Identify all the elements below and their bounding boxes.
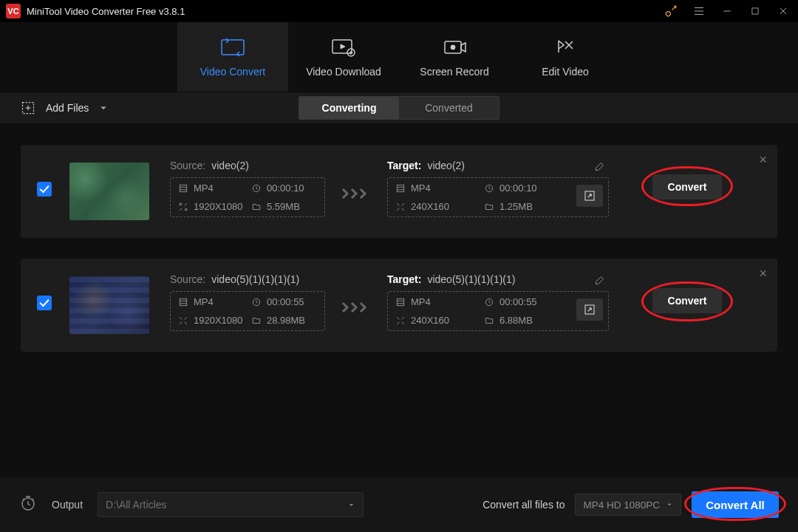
chevron-down-icon	[347, 501, 355, 509]
chevron-down-icon	[666, 501, 673, 508]
convert-label: Convert	[668, 295, 707, 307]
maximize-icon[interactable]	[746, 2, 764, 20]
target-label: Target:	[387, 273, 421, 285]
source-name: video(5)(1)(1)(1)(1)	[211, 273, 299, 285]
seg-converted[interactable]: Converted	[399, 97, 499, 119]
source-label: Source:	[170, 273, 205, 285]
app-logo: VC	[6, 4, 21, 18]
source-column: Source: video(2) MP4 00:00:10 1920X1080 …	[170, 160, 325, 217]
arrow-icon	[338, 300, 374, 315]
resolution-cell: 240X160	[395, 201, 477, 212]
convert-to-label: Convert all files to	[482, 499, 565, 511]
edit-video-icon	[555, 36, 576, 58]
toolbar: Add Files Converting Converted	[0, 92, 798, 124]
schedule-icon[interactable]	[19, 494, 37, 515]
record-icon	[442, 36, 467, 58]
svg-rect-9	[397, 185, 403, 191]
thumbnail	[69, 163, 149, 220]
svg-rect-1	[222, 40, 244, 55]
resolution-cell: 1920X1080	[178, 201, 244, 212]
source-name: video(2)	[211, 160, 249, 171]
tab-video-download[interactable]: Video Download	[288, 22, 399, 92]
main-tabs: Video Convert Video Download Screen Reco…	[0, 22, 798, 92]
tab-video-convert[interactable]: Video Convert	[177, 22, 288, 92]
svg-rect-12	[180, 299, 186, 305]
convert-icon	[220, 36, 245, 58]
convert-all-label: Convert All	[706, 499, 764, 511]
seg-converting[interactable]: Converting	[299, 97, 399, 119]
seg-label: Converted	[425, 102, 473, 114]
remove-item-button[interactable]: ×	[759, 152, 767, 168]
convert-button[interactable]: Convert	[652, 174, 722, 200]
add-files-button[interactable]: Add Files	[21, 100, 108, 115]
close-icon[interactable]	[774, 2, 792, 20]
key-icon[interactable]	[662, 2, 680, 20]
duration-cell: 00:00:55	[499, 296, 537, 307]
checkbox[interactable]	[37, 182, 52, 197]
svg-rect-14	[397, 299, 403, 305]
convert-label: Convert	[668, 181, 707, 193]
resolution-cell: 1920X1080	[194, 315, 243, 326]
chevron-down-icon	[99, 103, 108, 112]
tab-edit-video[interactable]: Edit Video	[510, 22, 621, 92]
resolution-cell: 240X160	[411, 315, 449, 326]
output-path-select[interactable]: D:\All Articles	[98, 492, 364, 517]
format-value: MP4 HD 1080PC	[583, 499, 660, 511]
format-cell: MP4	[194, 296, 214, 307]
source-label: Source:	[170, 160, 205, 171]
arrow-icon	[338, 186, 374, 201]
tab-screen-record[interactable]: Screen Record	[399, 22, 510, 92]
output-label: Output	[52, 499, 83, 511]
tab-label: Screen Record	[420, 66, 488, 78]
output-path: D:\All Articles	[106, 499, 166, 511]
queue-list: Source: video(2) MP4 00:00:10 1920X1080 …	[0, 124, 798, 380]
size-cell: 28.98MB	[267, 315, 305, 326]
queue-item: Source: video(5)(1)(1)(1)(1) MP4 00:00:5…	[21, 259, 777, 352]
size-cell: 1.25MB	[484, 201, 565, 212]
target-settings-button[interactable]	[576, 185, 603, 207]
target-column: Target: video(2) MP4 00:00:10 240X160 1.…	[387, 160, 609, 217]
format-select[interactable]: MP4 HD 1080PC	[575, 494, 681, 516]
menu-icon[interactable]	[690, 2, 708, 20]
target-name: video(5)(1)(1)(1)(1)	[427, 273, 515, 285]
checkbox[interactable]	[37, 296, 52, 310]
footer: Output D:\All Articles Convert all files…	[0, 477, 798, 532]
seg-label: Converting	[322, 102, 377, 114]
tab-label: Edit Video	[542, 66, 589, 78]
size-cell: 6.88MB	[499, 315, 533, 326]
tab-label: Video Download	[306, 66, 381, 78]
titlebar: VC MiniTool Video Converter Free v3.8.1	[0, 0, 798, 22]
add-files-label: Add Files	[46, 102, 89, 114]
svg-rect-7	[180, 185, 186, 191]
source-column: Source: video(5)(1)(1)(1)(1) MP4 00:00:5…	[170, 273, 325, 331]
queue-item: Source: video(2) MP4 00:00:10 1920X1080 …	[21, 145, 777, 238]
duration-cell: 00:00:55	[267, 296, 304, 307]
edit-icon[interactable]	[594, 275, 605, 289]
svg-rect-0	[752, 8, 758, 14]
target-column: Target: video(5)(1)(1)(1)(1) MP4 00:00:5…	[387, 273, 609, 331]
duration-cell: 00:00:10	[484, 183, 565, 194]
remove-item-button[interactable]: ×	[759, 266, 767, 282]
target-settings-button[interactable]	[576, 299, 603, 321]
edit-icon[interactable]	[594, 161, 605, 175]
status-segmented: Converting Converted	[299, 96, 499, 120]
target-label: Target:	[387, 160, 421, 171]
format-cell: MP4	[411, 296, 431, 307]
duration-cell: 00:00:10	[251, 183, 317, 194]
format-cell: MP4	[395, 183, 477, 194]
download-icon	[331, 36, 356, 58]
tab-label: Video Convert	[200, 66, 265, 78]
format-cell: MP4	[178, 183, 244, 194]
convert-all-button[interactable]: Convert All	[692, 491, 779, 518]
convert-button[interactable]: Convert	[652, 288, 722, 313]
thumbnail	[69, 276, 149, 334]
svg-point-5	[451, 45, 455, 50]
size-cell: 5.59MB	[251, 201, 317, 212]
minimize-icon[interactable]	[718, 2, 736, 20]
target-name: video(2)	[427, 160, 465, 171]
window-title: MiniTool Video Converter Free v3.8.1	[27, 6, 662, 17]
